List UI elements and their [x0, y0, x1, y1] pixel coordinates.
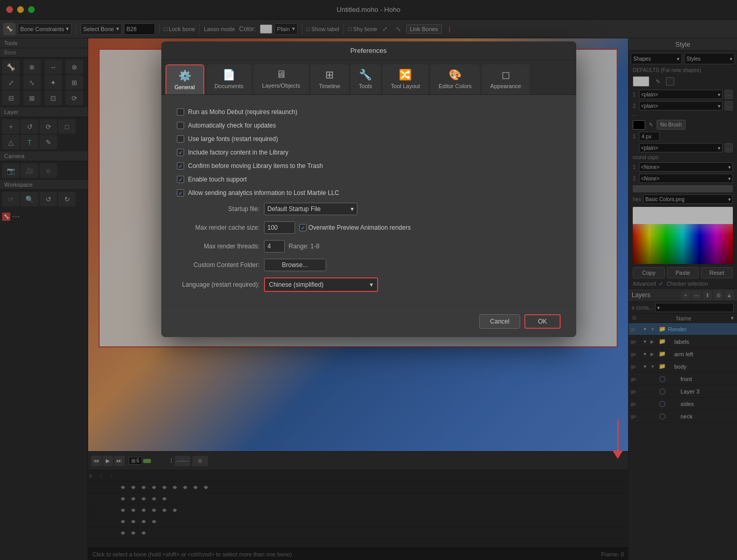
pref-checkbox-debut: Run as Moho Debut (requires relaunch): [177, 105, 561, 119]
ok-button[interactable]: OK: [524, 314, 560, 329]
pref-checkbox-fonts: Use large fonts (restart required): [177, 132, 561, 146]
preferences-modal: Preferences ⚙️ General 📄 Documents 🖥 Lay…: [161, 41, 576, 337]
timeline-icon: ⊞: [325, 68, 334, 81]
language-dropdown[interactable]: Chinese (simplified) ▾: [264, 277, 378, 292]
tab-tool-layout[interactable]: 🔀 Tool Layout: [383, 64, 428, 94]
pref-checkbox-touch: ✓ Enable touch support: [177, 173, 561, 186]
tools-icon: 🔧: [359, 68, 372, 81]
tab-documents[interactable]: 📄 Documents: [206, 64, 252, 94]
render-threads-input[interactable]: [264, 240, 285, 253]
editor-colors-icon: 🎨: [449, 68, 462, 81]
render-cache-input[interactable]: [264, 221, 295, 234]
pref-checkbox-confirm: ✓ Confirm before moving Library items to…: [177, 159, 561, 173]
pref-render-threads-row: Max render threads: Range: 1-8: [177, 237, 561, 256]
custom-folder-btn[interactable]: Browse...: [264, 259, 326, 271]
tab-appearance[interactable]: ◻ Appearance: [482, 64, 529, 94]
checkbox-confirm[interactable]: ✓: [177, 162, 184, 170]
tab-general[interactable]: ⚙️ General: [165, 64, 204, 94]
checkbox-factory[interactable]: ✓: [177, 149, 184, 156]
documents-icon: 📄: [223, 68, 235, 81]
modal-titlebar: Preferences: [161, 41, 576, 60]
render-threads-range: Range: 1-8: [289, 243, 319, 250]
tab-timeline[interactable]: ⊞ Timeline: [311, 64, 349, 94]
general-icon: ⚙️: [178, 69, 191, 82]
arrow-head: [613, 451, 623, 459]
startup-dropdown[interactable]: Default Startup File ▾: [264, 203, 357, 215]
checkbox-debut[interactable]: [177, 108, 184, 116]
checkbox-analytics[interactable]: ✓: [177, 189, 184, 197]
arrow-line: [617, 419, 619, 451]
tab-tools[interactable]: 🔧 Tools: [351, 64, 381, 94]
pref-checkbox-analytics: ✓ Allow sending analytics information to…: [177, 186, 561, 200]
pref-custom-folder-row: Custom Content Folder: Browse...: [177, 256, 561, 274]
tab-layers[interactable]: 🖥 Layers/Objects: [254, 64, 308, 94]
layers-icon: 🖥: [276, 68, 286, 80]
checkbox-updates[interactable]: [177, 122, 184, 129]
pref-startup-row: Startup file: Default Startup File ▾: [177, 200, 561, 218]
overwrite-checkbox[interactable]: ✓: [299, 224, 307, 231]
tool-layout-icon: 🔀: [399, 68, 412, 81]
checkbox-touch[interactable]: ✓: [177, 176, 184, 183]
overwrite-check: ✓ Overwrite Preview Animation renders: [299, 224, 411, 231]
modal-overlay: Preferences ⚙️ General 📄 Documents 🖥 Lay…: [0, 0, 737, 560]
pref-checkbox-factory: ✓ Include factory content in the Library: [177, 146, 561, 159]
appearance-icon: ◻: [502, 68, 510, 81]
tab-editor-colors[interactable]: 🎨 Editor Colors: [430, 64, 480, 94]
arrow-indicator: [613, 419, 623, 459]
modal-tabs: ⚙️ General 📄 Documents 🖥 Layers/Objects …: [161, 60, 576, 95]
modal-buttons: Cancel OK: [161, 305, 576, 337]
modal-content: Run as Moho Debut (requires relaunch) Au…: [161, 95, 576, 305]
checkbox-fonts[interactable]: [177, 135, 184, 143]
pref-language-row: Language (restart required): Chinese (si…: [177, 274, 561, 295]
cancel-button[interactable]: Cancel: [479, 314, 520, 329]
pref-checkbox-updates: Automatically check for updates: [177, 119, 561, 132]
pref-render-cache-row: Max render cache size: ✓ Overwrite Previ…: [177, 218, 561, 237]
